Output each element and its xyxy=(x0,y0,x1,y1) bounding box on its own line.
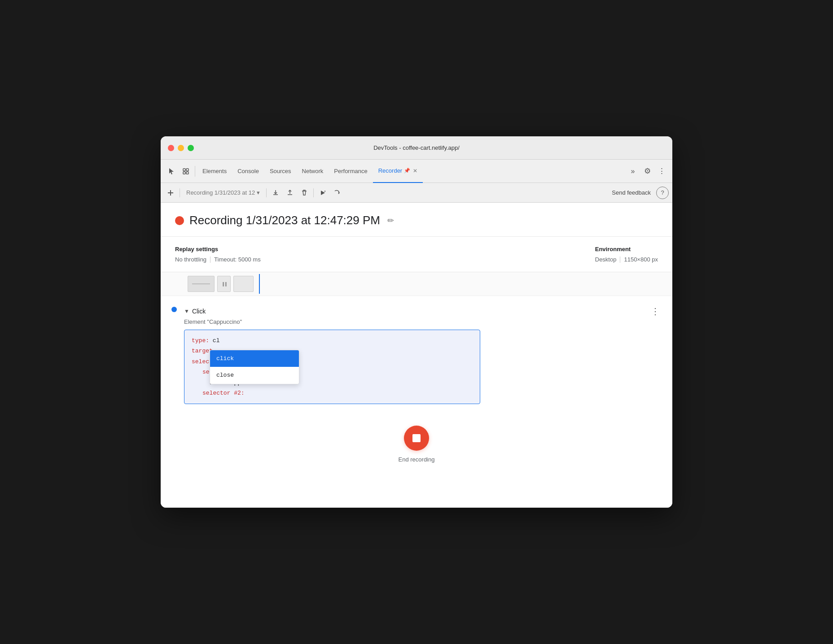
replay-settings-bar: Replay settings No throttling Timeout: 5… xyxy=(161,237,672,272)
timeline-previews: ▐▐ xyxy=(188,272,254,296)
replay-settings-group: Replay settings No throttling Timeout: 5… xyxy=(175,246,261,263)
export-button[interactable] xyxy=(269,187,282,199)
toolbar-separator-1 xyxy=(180,188,180,197)
chevron-down-icon: ▾ xyxy=(257,189,260,196)
tab-elements[interactable]: Elements xyxy=(197,160,232,183)
tab-close-icon[interactable]: ✕ xyxy=(413,168,417,174)
type-key: type: xyxy=(192,337,209,344)
tab-recorder[interactable]: Recorder 📌 ✕ xyxy=(373,160,423,183)
tab-console[interactable]: Console xyxy=(232,160,264,183)
close-button[interactable] xyxy=(168,145,174,151)
send-feedback-button[interactable]: Send feedback xyxy=(608,187,654,198)
help-button[interactable]: ? xyxy=(656,187,669,199)
timeline-bar: ▐▐ xyxy=(161,272,672,296)
replay-button[interactable] xyxy=(316,187,329,199)
step-expand-icon[interactable]: ▼ xyxy=(184,308,189,314)
toolbar-separator-2 xyxy=(266,188,267,197)
devtools-window: DevTools - coffee-cart.netlify.app/ Elem… xyxy=(161,136,672,508)
step-dot xyxy=(171,307,177,312)
autocomplete-dropdown: click close xyxy=(210,350,299,384)
timeline-thumbnail-3 xyxy=(233,276,254,292)
recording-title: Recording 1/31/2023 at 12:47:29 PM xyxy=(189,213,380,227)
timeout-value: Timeout: 5000 ms xyxy=(214,256,261,263)
timeline-cursor xyxy=(259,274,260,294)
pin-icon: 📌 xyxy=(404,168,410,174)
import-button[interactable] xyxy=(284,187,296,199)
delete-button[interactable] xyxy=(298,187,311,199)
timeline-thumbnail-2: ▐▐ xyxy=(217,276,231,292)
code-line-type: type: cl xyxy=(192,335,473,346)
step-type: Click xyxy=(192,308,206,315)
minimize-button[interactable] xyxy=(178,145,184,151)
tab-sources[interactable]: Sources xyxy=(264,160,297,183)
layers-icon[interactable] xyxy=(179,164,193,178)
end-recording-area: End recording xyxy=(161,408,672,477)
svg-rect-3 xyxy=(186,172,189,174)
throttling-value: No throttling xyxy=(175,256,206,263)
recorder-toolbar: Recording 1/31/2023 at 12 ▾ xyxy=(161,183,672,203)
window-title: DevTools - coffee-cart.netlify.app/ xyxy=(373,144,460,151)
steps-container: ▼ Click ⋮ Element "Cappuccino" type: cl … xyxy=(161,296,672,408)
traffic-lights xyxy=(168,145,194,151)
step-row: ▼ Click ⋮ Element "Cappuccino" type: cl … xyxy=(171,301,662,408)
new-recording-button[interactable] xyxy=(164,187,177,199)
replay-settings-values: No throttling Timeout: 5000 ms xyxy=(175,256,261,263)
environment-group: Environment Desktop 1150×800 px xyxy=(595,246,658,263)
main-content: Recording 1/31/2023 at 12:47:29 PM ✏ Rep… xyxy=(161,203,672,508)
tab-divider-1 xyxy=(195,166,195,177)
timeline-thumbnail-1 xyxy=(188,276,215,292)
step-replay-button[interactable] xyxy=(331,187,343,199)
stop-icon xyxy=(412,434,421,442)
settings-button[interactable]: ⚙ xyxy=(640,164,654,178)
environment-values: Desktop 1150×800 px xyxy=(595,256,658,263)
more-tabs-button[interactable]: » xyxy=(626,164,640,178)
svg-rect-0 xyxy=(183,169,185,171)
title-bar: DevTools - coffee-cart.netlify.app/ xyxy=(161,136,672,160)
cursor-icon[interactable] xyxy=(164,164,179,178)
type-value: cl xyxy=(213,337,220,344)
recording-header: Recording 1/31/2023 at 12:47:29 PM ✏ xyxy=(161,203,672,237)
viewport-value: 1150×800 px xyxy=(624,256,658,263)
tab-performance[interactable]: Performance xyxy=(329,160,373,183)
toolbar-separator-3 xyxy=(313,188,314,197)
step-more-button[interactable]: ⋮ xyxy=(649,305,662,318)
tab-network[interactable]: Network xyxy=(297,160,329,183)
environment-label: Environment xyxy=(595,246,658,252)
recording-selector[interactable]: Recording 1/31/2023 at 12 ▾ xyxy=(183,187,263,198)
autocomplete-item-click[interactable]: click xyxy=(210,350,299,367)
svg-rect-2 xyxy=(183,172,185,174)
step-header: ▼ Click ⋮ xyxy=(184,305,662,318)
desktop-value: Desktop xyxy=(595,256,617,263)
devtools-tab-bar: Elements Console Sources Network Perform… xyxy=(161,160,672,183)
step-description: Element "Cappuccino" xyxy=(184,318,662,325)
autocomplete-item-close[interactable]: close xyxy=(210,367,299,383)
edit-title-icon[interactable]: ✏ xyxy=(387,216,394,226)
svg-rect-1 xyxy=(186,169,189,171)
menu-button[interactable]: ⋮ xyxy=(654,164,669,178)
recording-indicator xyxy=(175,216,184,225)
replay-settings-label: Replay settings xyxy=(175,246,261,252)
end-recording-label: End recording xyxy=(399,456,435,463)
code-line-selector2: selector #2: xyxy=(192,388,473,398)
fullscreen-button[interactable] xyxy=(188,145,194,151)
step-content: ▼ Click ⋮ Element "Cappuccino" type: cl … xyxy=(184,305,662,404)
code-editor[interactable]: type: cl target select selector #1: xyxy=(184,330,480,404)
stop-recording-button[interactable] xyxy=(404,426,429,451)
selector2-key: selector #2: xyxy=(192,390,245,396)
